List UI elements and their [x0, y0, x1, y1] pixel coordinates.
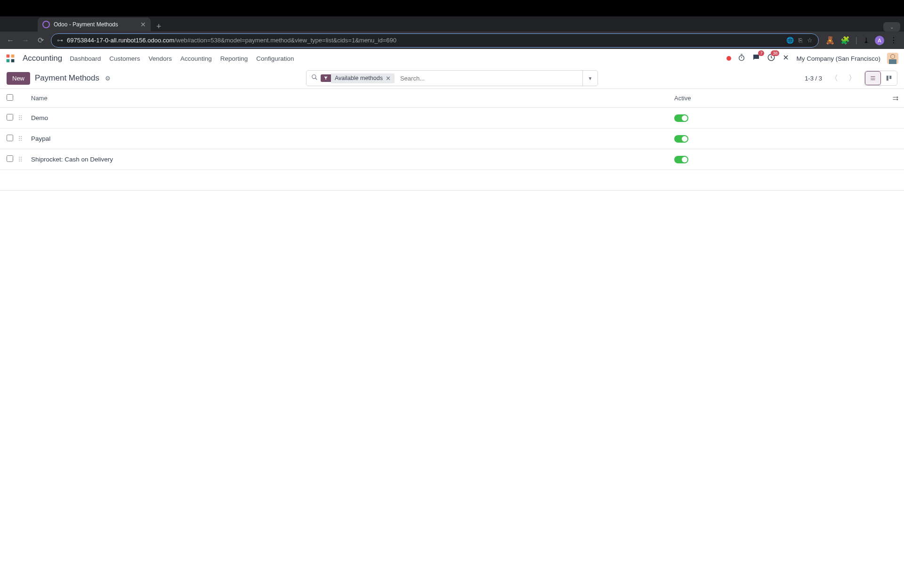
extension-icon-1[interactable]: 🧸	[825, 36, 835, 45]
install-app-icon[interactable]: ⎘	[799, 37, 802, 44]
new-tab-button[interactable]: +	[151, 22, 167, 32]
svg-point-12	[897, 97, 898, 97]
recording-indicator-icon	[726, 56, 731, 61]
row-checkbox[interactable]	[0, 135, 18, 143]
page-title: Payment Methods	[35, 73, 99, 83]
svg-rect-3	[11, 59, 15, 63]
new-button[interactable]: New	[7, 72, 30, 85]
app-name[interactable]: Accounting	[23, 54, 62, 63]
activities-icon[interactable]: 38	[767, 53, 775, 64]
active-toggle[interactable]	[674, 135, 688, 143]
extensions-icon[interactable]: 🧩	[840, 36, 850, 45]
profile-button[interactable]: A	[875, 36, 884, 45]
table-header: Name Active	[0, 89, 904, 108]
tab-title: Odoo - Payment Methods	[54, 21, 118, 28]
control-panel: New Payment Methods ⚙ Available methods …	[0, 68, 904, 89]
search-input[interactable]	[397, 75, 582, 82]
address-bar[interactable]: ⊶ 69753844-17-0-all.runbot156.odoo.com/w…	[51, 33, 819, 48]
svg-point-8	[891, 55, 895, 58]
url-host: 69753844-17-0-all.runbot156.odoo.com	[67, 37, 174, 44]
table-row[interactable]: ⠿ Paypal	[0, 129, 904, 149]
nav-dashboard[interactable]: Dashboard	[70, 55, 101, 62]
filter-icon	[321, 74, 331, 82]
user-avatar[interactable]	[887, 53, 898, 64]
search-options-dropdown[interactable]: ▼	[582, 71, 597, 86]
odoo-logo-icon[interactable]	[6, 54, 15, 63]
nav-vendors[interactable]: Vendors	[148, 55, 172, 62]
cell-name: Paypal	[29, 135, 674, 142]
main-menu: Dashboard Customers Vendors Accounting R…	[70, 55, 294, 62]
nav-accounting[interactable]: Accounting	[180, 55, 212, 62]
filter-label: Available methods	[335, 75, 383, 81]
optional-columns-icon[interactable]	[886, 95, 904, 102]
search-icon	[311, 74, 318, 82]
company-selector[interactable]: My Company (San Francisco)	[796, 55, 880, 62]
tabs-dropdown-icon[interactable]: ⌄	[883, 22, 900, 32]
list-view: Name Active ⠿ Demo ⠿ Paypal ⠿ Shiprocket…	[0, 89, 904, 191]
pager-count[interactable]: 1-3 / 3	[805, 75, 822, 82]
row-checkbox[interactable]	[0, 114, 18, 122]
site-info-icon[interactable]: ⊶	[57, 37, 63, 44]
debug-icon[interactable]	[782, 54, 790, 63]
remove-filter-icon[interactable]: ✕	[386, 75, 391, 82]
nav-reporting[interactable]: Reporting	[220, 55, 248, 62]
bookmark-icon[interactable]: ☆	[807, 37, 813, 44]
row-checkbox[interactable]	[0, 155, 18, 163]
cell-name: Demo	[29, 114, 674, 121]
column-active[interactable]: Active	[674, 95, 886, 102]
activities-badge: 38	[771, 50, 779, 56]
search-panel: Available methods ✕ ▼	[306, 70, 598, 86]
reload-button[interactable]: ⟳	[34, 34, 47, 47]
kanban-view-button[interactable]	[881, 71, 897, 85]
pager-next-icon[interactable]: 〉	[847, 72, 858, 84]
svg-rect-10	[887, 76, 888, 81]
close-tab-icon[interactable]: ✕	[140, 21, 146, 28]
table-row[interactable]: ⠿ Shiprocket: Cash on Delivery	[0, 149, 904, 170]
list-view-button[interactable]	[865, 71, 881, 85]
nav-customers[interactable]: Customers	[109, 55, 140, 62]
tab-favicon-icon	[42, 21, 50, 28]
pager-prev-icon[interactable]: 〈	[829, 72, 840, 84]
messaging-icon[interactable]: 7	[752, 53, 760, 64]
drag-handle-icon[interactable]: ⠿	[18, 114, 29, 122]
svg-point-9	[312, 75, 316, 79]
odoo-navbar: Accounting Dashboard Customers Vendors A…	[0, 49, 904, 68]
svg-rect-7	[889, 59, 896, 64]
gear-icon[interactable]: ⚙	[105, 75, 111, 82]
browser-menu-icon[interactable]: ⋮	[890, 36, 897, 45]
filter-chip: Available methods ✕	[321, 73, 395, 83]
svg-rect-2	[7, 59, 10, 63]
drag-handle-icon[interactable]: ⠿	[18, 156, 29, 163]
browser-toolbar: ← → ⟳ ⊶ 69753844-17-0-all.runbot156.odoo…	[0, 32, 904, 49]
browser-window-top	[0, 0, 904, 16]
url-path: /web#action=538&model=payment.method&vie…	[174, 37, 396, 44]
timer-icon[interactable]	[738, 54, 745, 63]
browser-tab-bar: Odoo - Payment Methods ✕ + ⌄	[0, 16, 904, 32]
svg-point-4	[739, 56, 744, 61]
active-toggle[interactable]	[674, 114, 688, 122]
downloads-icon[interactable]: ⤓	[863, 36, 869, 45]
back-button[interactable]: ←	[4, 34, 17, 47]
view-switcher	[864, 71, 897, 86]
cell-name: Shiprocket: Cash on Delivery	[29, 156, 674, 163]
active-toggle[interactable]	[674, 156, 688, 163]
column-name[interactable]: Name	[29, 95, 674, 102]
select-all-checkbox[interactable]	[0, 94, 18, 102]
messaging-badge: 7	[758, 50, 764, 56]
translate-icon[interactable]: 🌐	[786, 37, 794, 44]
svg-rect-1	[11, 55, 15, 58]
svg-rect-11	[889, 76, 891, 79]
drag-handle-icon[interactable]: ⠿	[18, 135, 29, 143]
svg-rect-0	[7, 55, 10, 58]
table-row[interactable]: ⠿ Demo	[0, 108, 904, 129]
table-footer-spacer	[0, 170, 904, 191]
svg-point-13	[897, 99, 898, 100]
forward-button: →	[19, 34, 32, 47]
nav-configuration[interactable]: Configuration	[256, 55, 294, 62]
browser-tab[interactable]: Odoo - Payment Methods ✕	[38, 17, 151, 32]
